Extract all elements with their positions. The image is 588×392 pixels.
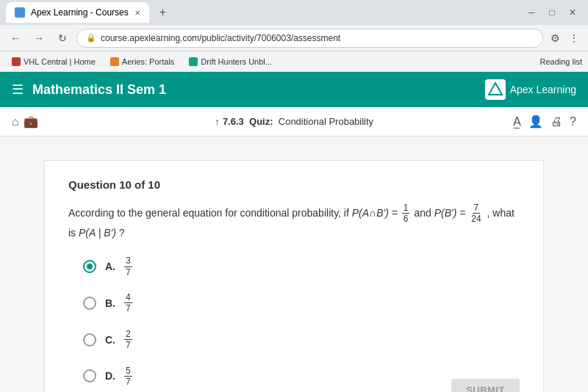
breadcrumb-topic: Conditional Probability (279, 116, 373, 127)
lock-icon: 🔒 (86, 33, 96, 43)
question-text: According to the general equation for co… (68, 203, 520, 241)
maximize-button[interactable]: □ (542, 3, 562, 22)
question-mark: ? (119, 227, 125, 239)
home-button[interactable]: ⌂ (12, 115, 19, 128)
quiz-breadcrumb: 7.6.3 Quiz: Conditional Probability (223, 116, 373, 127)
answer-letter-d: D. (105, 370, 115, 382)
answer-item-c: C. 2 7 (83, 329, 520, 351)
answer-letter-a: A. (105, 261, 115, 272)
print-button[interactable]: 🖨 (551, 115, 562, 128)
app-title: Mathematics II Sem 1 (32, 82, 485, 98)
bookmarks-bar: VHL Central | Home Aeries: Portals Drift… (0, 51, 588, 72)
apex-logo-icon (485, 79, 506, 100)
submit-button[interactable]: SUBMIT (451, 379, 520, 392)
frac2-numerator: 7 (473, 203, 481, 214)
answer-frac-a: 3 7 (124, 255, 132, 277)
more-button[interactable]: ⋮ (566, 31, 582, 46)
answer-label-a: A. 3 7 (105, 255, 134, 277)
breadcrumb-type: Quiz: (249, 116, 273, 127)
radio-c[interactable] (83, 333, 96, 346)
answer-item-a: A. 3 7 (83, 255, 520, 277)
p-ab-expr: P(A∩B') = (352, 207, 398, 219)
app-header: ☰ Mathematics II Sem 1 Apex Learning (0, 72, 588, 107)
quiz-nav-center: ↑ 7.6.3 Quiz: Conditional Probability (156, 116, 432, 128)
hamburger-menu-button[interactable]: ☰ (12, 81, 24, 98)
bookmark-label: VHL Central | Home (24, 57, 96, 66)
bookmark-vhl[interactable]: VHL Central | Home (6, 56, 101, 68)
reading-list-button[interactable]: Reading list (540, 57, 582, 66)
question-intro: According to the general equation for co… (68, 207, 349, 219)
user-button[interactable]: 👤 (528, 115, 543, 128)
tab-favicon (15, 7, 25, 18)
bookmark-favicon (12, 57, 21, 66)
fraction-2: 7 24 (470, 203, 482, 225)
url-text: course.apexlearning.com/public/activity/… (101, 33, 534, 43)
quiz-nav-bar: ⌂ 💼 ↑ 7.6.3 Quiz: Conditional Probabilit… (0, 107, 588, 137)
browser-controls: ← → ↻ 🔒 course.apexlearning.com/public/a… (0, 25, 588, 51)
new-tab-button[interactable]: + (155, 4, 171, 21)
radio-b[interactable] (83, 297, 96, 310)
tab-title: Apex Learning - Courses (31, 7, 129, 18)
quiz-nav-left: ⌂ 💼 (12, 115, 150, 128)
browser-titlebar: Apex Learning - Courses ✕ + ─ □ ✕ (0, 0, 588, 25)
reload-button[interactable]: ↻ (53, 29, 72, 48)
back-arrow-icon: ↑ (215, 116, 220, 128)
help-button[interactable]: ? (570, 115, 576, 128)
minimize-button[interactable]: ─ (522, 3, 541, 22)
svg-marker-0 (489, 83, 502, 95)
answer-letter-c: C. (105, 334, 115, 346)
translate-button[interactable]: A̲ (513, 115, 521, 128)
answer-item-b: B. 4 7 (83, 292, 520, 314)
bookmark-favicon (110, 57, 119, 66)
and-text: and (414, 207, 434, 219)
apex-logo: Apex Learning (485, 79, 576, 100)
p-ab2-expr: P(A | B') (79, 227, 116, 239)
frac2-denominator: 24 (470, 214, 482, 224)
answer-label-b: B. 4 7 (105, 292, 134, 314)
answer-label-c: C. 2 7 (105, 329, 134, 351)
frac1-denominator: 6 (402, 214, 410, 224)
answer-frac-b: 4 7 (124, 292, 132, 314)
back-button[interactable]: ← (6, 29, 25, 48)
forward-button[interactable]: → (29, 29, 49, 48)
extensions-button[interactable]: ⚙ (548, 31, 563, 46)
p-b-expr: P(B') = (434, 207, 466, 219)
address-bar[interactable]: 🔒 course.apexlearning.com/public/activit… (76, 29, 543, 48)
fraction-1: 1 6 (402, 203, 410, 225)
answer-label-d: D. 5 7 (105, 366, 134, 388)
browser-actions: ⚙ ⋮ (548, 31, 582, 46)
apex-logo-text: Apex Learning (510, 84, 576, 95)
quiz-nav-right: A̲ 👤 🖨 ? (438, 115, 576, 128)
frac1-numerator: 1 (402, 203, 410, 214)
briefcase-button[interactable]: 💼 (24, 115, 38, 128)
radio-d[interactable] (83, 369, 96, 382)
answer-letter-b: B. (105, 297, 115, 309)
question-header: Question 10 of 10 (68, 178, 520, 191)
bookmark-aeries[interactable]: Aeries: Portals (104, 56, 181, 68)
answer-frac-d: 5 7 (124, 366, 132, 388)
answers-list: A. 3 7 B. 4 7 (83, 255, 520, 387)
breadcrumb-section: 7.6.3 (223, 116, 244, 127)
bookmark-label: Drift Hunters Unbl... (201, 57, 272, 66)
browser-tab[interactable]: Apex Learning - Courses ✕ (6, 2, 149, 23)
answer-frac-c: 2 7 (124, 329, 132, 351)
close-button[interactable]: ✕ (563, 3, 582, 22)
radio-a[interactable] (83, 260, 96, 273)
question-panel: Question 10 of 10 According to the gener… (44, 160, 544, 392)
window-controls: ─ □ ✕ (522, 3, 582, 22)
bookmark-drift[interactable]: Drift Hunters Unbl... (183, 56, 278, 68)
tab-close-button[interactable]: ✕ (135, 9, 140, 17)
bookmark-label: Aeries: Portals (122, 57, 175, 66)
bookmark-favicon (189, 57, 198, 66)
